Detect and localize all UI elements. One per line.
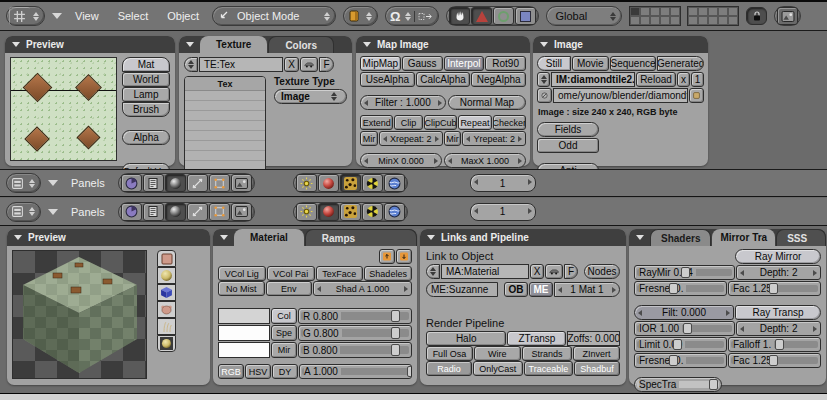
image-clear-button[interactable]: x [677, 72, 690, 87]
movie-toggle[interactable]: Movie [572, 56, 609, 71]
preview-monkey-icon[interactable] [157, 301, 176, 318]
menu-panels[interactable]: Panels [65, 206, 111, 218]
image-path-field[interactable]: ome/yunow/blender/diamondtile2.jpg [553, 88, 688, 103]
layer-cell[interactable] [660, 7, 670, 16]
material-name-field[interactable]: MA:Material [441, 264, 529, 279]
fac-mirror-slider[interactable]: Fac 1.25 [728, 281, 821, 296]
menu-view[interactable]: View [69, 10, 105, 22]
calcalpha-toggle[interactable]: CalcAlpha [416, 72, 471, 87]
g-slider[interactable]: G 0.800 [298, 325, 412, 341]
hsv-toggle[interactable]: HSV [245, 364, 271, 379]
nodes-toggle[interactable]: Nodes [584, 264, 620, 279]
texture-slot[interactable] [185, 141, 265, 151]
menu-object[interactable]: Object [161, 10, 205, 22]
hand-icon[interactable] [449, 7, 470, 25]
lock-icon[interactable] [746, 7, 767, 25]
texture-type-spinner[interactable] [328, 92, 340, 101]
panel-collapse-icon[interactable] [12, 42, 20, 47]
translate-manipulator-icon[interactable] [471, 7, 492, 25]
logic-icon[interactable] [121, 174, 142, 192]
script-icon[interactable] [143, 174, 164, 192]
auto-name-button[interactable] [300, 57, 318, 72]
copy-material-button[interactable] [379, 249, 395, 264]
texture-slot[interactable] [185, 131, 265, 141]
traceable-toggle[interactable]: Traceable [524, 361, 574, 376]
panel-collapse-icon[interactable] [540, 42, 548, 47]
texture-type-select[interactable]: Image [274, 89, 347, 104]
scene-icon[interactable] [231, 174, 252, 192]
rot90-toggle[interactable]: Rot90 [485, 56, 526, 71]
usealpha-toggle[interactable]: UseAlpha [360, 72, 415, 87]
minx-number[interactable]: MinX 0.000 [360, 153, 442, 168]
extend-toggle[interactable]: Extend [360, 115, 393, 130]
preview-sphere-sky-icon[interactable] [157, 335, 176, 352]
preview-brush-button[interactable]: Brush [122, 102, 170, 117]
filter-number[interactable]: Filter : 1.000 [360, 95, 446, 110]
layer-cell[interactable] [698, 16, 708, 25]
layer-cell[interactable] [718, 7, 728, 16]
preview-lamp-button[interactable]: Lamp [122, 87, 170, 102]
menu-panels[interactable]: Panels [65, 177, 111, 189]
layer-cell[interactable] [688, 16, 698, 25]
auto-name-button[interactable] [545, 264, 563, 279]
zoffs-number[interactable]: Zoffs: 0.000 [567, 331, 620, 346]
object-icon[interactable] [187, 203, 208, 221]
logic-icon[interactable] [121, 203, 142, 221]
fake-user-button[interactable]: F [319, 57, 334, 72]
layer-cell[interactable] [650, 16, 660, 25]
object-icon[interactable] [187, 174, 208, 192]
still-toggle[interactable]: Still [537, 56, 571, 71]
material-icon[interactable] [318, 174, 339, 192]
mipmap-toggle[interactable]: MipMap [360, 56, 401, 71]
image-users-button[interactable]: 1 [691, 72, 704, 87]
image-name-field[interactable]: IM:diamondtile2.jpg [551, 72, 635, 87]
onlycast-toggle[interactable]: OnlyCast [473, 361, 523, 376]
orientation-select[interactable]: Global [546, 6, 622, 26]
preview-cube-icon[interactable] [157, 284, 176, 301]
texture-slot[interactable] [185, 111, 265, 121]
texture-icon[interactable] [340, 174, 361, 192]
layer-cell[interactable] [708, 16, 718, 25]
panel-collapse-icon[interactable] [14, 235, 22, 240]
r-slider[interactable]: R 0.800 [298, 308, 412, 324]
vcol-paint-toggle[interactable]: VCol Pai [267, 266, 315, 281]
mir-x-toggle[interactable]: Mir [360, 131, 378, 146]
editor-type-select[interactable] [6, 6, 45, 26]
layer-cell[interactable] [688, 7, 698, 16]
ztransp-toggle[interactable]: ZTransp [507, 331, 566, 346]
sequence-toggle[interactable]: Sequence [610, 56, 657, 71]
layer-grid-2[interactable] [687, 6, 739, 26]
rgb-toggle[interactable]: RGB [218, 364, 244, 379]
layer-cell[interactable] [728, 7, 738, 16]
spectra-slider[interactable]: SpecTra [634, 377, 722, 392]
rotate-manipulator-icon[interactable] [493, 7, 514, 25]
layer-cell[interactable] [630, 16, 640, 25]
pivot-group[interactable]: Ω [385, 6, 439, 26]
layer-cell[interactable] [660, 16, 670, 25]
preview-sphere-icon[interactable] [157, 267, 176, 284]
header-collapse-icon[interactable] [52, 13, 62, 19]
shading-icon[interactable] [165, 174, 186, 192]
editor-type-select[interactable] [6, 202, 41, 222]
ray-transp-toggle[interactable]: Ray Transp [735, 305, 821, 320]
odd-toggle[interactable]: Odd [537, 138, 599, 153]
draw-mode-select[interactable] [343, 6, 378, 26]
dyn-toggle[interactable]: DY [272, 364, 298, 379]
layer-cell[interactable] [650, 7, 660, 16]
browse-image-button[interactable] [689, 88, 704, 103]
texface-toggle[interactable]: TexFace [316, 266, 364, 281]
negalpha-toggle[interactable]: NegAlpha [471, 72, 526, 87]
tab-material[interactable]: Material [234, 229, 304, 246]
image-datablock-menu[interactable] [537, 72, 550, 87]
repeat-toggle[interactable]: Repeat [458, 115, 491, 130]
layer-cell[interactable] [670, 16, 680, 25]
panel-collapse-icon[interactable] [186, 42, 194, 47]
layer-grid-1[interactable] [629, 6, 681, 26]
editor-type-spinner[interactable] [26, 179, 38, 188]
normal-map-toggle[interactable]: Normal Map [448, 95, 526, 110]
texture-icon[interactable] [340, 203, 361, 221]
filt-number[interactable]: Filt: 0.000 [634, 305, 734, 320]
interpol-toggle[interactable]: Interpol [444, 56, 485, 71]
strands-button[interactable]: Strands [522, 346, 573, 361]
scale-manipulator-icon[interactable] [515, 7, 536, 25]
